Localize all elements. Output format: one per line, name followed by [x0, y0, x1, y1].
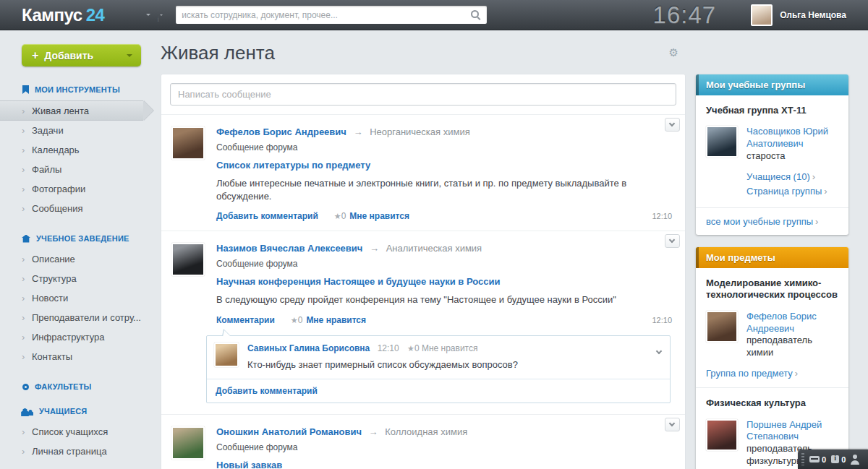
user-menu[interactable]: Ольга Немцова: [751, 4, 846, 26]
add-button[interactable]: + Добавить: [22, 44, 141, 66]
avatar[interactable]: [171, 126, 205, 160]
post-title-link[interactable]: Список литературы по предмету: [216, 160, 370, 171]
notifications-count: 0: [841, 455, 846, 464]
sidebar-item-infrastructure[interactable]: Инфраструктура: [0, 327, 153, 347]
post-title-link[interactable]: Научная конференция Настоящее и будущее …: [216, 276, 501, 287]
section-faculties[interactable]: ФАКУЛЬТЕТЫ: [0, 382, 153, 391]
main-column: Живая лента ⚙ Фефелов Борис Андреевич → …: [161, 30, 686, 469]
post-menu-chevron-icon[interactable]: [665, 234, 680, 248]
circle-icon: [22, 384, 29, 390]
feed-post: Фефелов Борис Андреевич → Неорганическая…: [161, 114, 685, 231]
leader-link[interactable]: Часовщиков Юрий Анатолиевич: [746, 126, 828, 149]
chevron-right-icon: ›: [795, 368, 798, 379]
avatar[interactable]: [706, 126, 738, 158]
app-logo[interactable]: Кампус24: [22, 5, 104, 25]
avatar: [751, 4, 773, 26]
avatar[interactable]: [706, 419, 738, 451]
sidebar-item-files[interactable]: Файлы: [0, 160, 153, 179]
sidebar-item-students-list[interactable]: Список учащихся: [0, 422, 153, 442]
like-link[interactable]: Мне нравится: [306, 315, 366, 325]
post-target-link[interactable]: Коллоидная химия: [385, 426, 467, 437]
add-comment-link[interactable]: Добавить комментарий: [216, 386, 318, 396]
logo-text: Кампус: [22, 5, 82, 25]
add-comment-link[interactable]: Добавить комментарий: [216, 211, 318, 221]
user-name: Ольга Немцова: [780, 10, 846, 20]
sidebar-item-messages[interactable]: Сообщения: [0, 199, 153, 218]
person-icon[interactable]: [851, 455, 859, 465]
star-icon: ★: [407, 344, 414, 353]
sidebar-item-contacts[interactable]: Контакты: [0, 347, 153, 366]
students-link[interactable]: Учащиеся (10): [746, 171, 810, 182]
messages-icon: [809, 456, 820, 462]
sidebar-item-description[interactable]: Описание: [0, 249, 153, 269]
like-count: 0: [298, 315, 303, 325]
like-label[interactable]: Мне нравится: [422, 343, 478, 353]
gear-icon[interactable]: ⚙: [669, 48, 678, 59]
post-target-link[interactable]: Неорганическая химия: [370, 126, 470, 137]
comments-link[interactable]: Комментарии: [216, 315, 275, 325]
right-sidebar: Мои учебные группы Учебная группа ХТ-11 …: [696, 30, 848, 469]
search-icon[interactable]: [471, 10, 481, 20]
dock-messages[interactable]: 0: [809, 455, 826, 464]
star-icon: ★: [291, 316, 298, 325]
avatar[interactable]: [171, 426, 205, 460]
post-kind-label: Сообщение форума: [216, 142, 672, 152]
subject-name[interactable]: Физическая культура: [706, 397, 838, 409]
post-menu-chevron-icon[interactable]: [665, 118, 680, 132]
post-author-link[interactable]: Оношкин Анатолий Романович: [216, 426, 362, 437]
post-title-link[interactable]: Новый завкав: [216, 460, 282, 469]
section-students: УЧАЩИЕСЯ: [0, 407, 153, 416]
arrow-icon: →: [370, 243, 379, 254]
post-author-link[interactable]: Назимов Вячеслав Алексеевич: [216, 243, 362, 254]
avatar[interactable]: [214, 343, 239, 367]
subject-name[interactable]: Моделирование химико-технологических про…: [706, 277, 838, 301]
teacher-link[interactable]: Поршнев Андрей Степанович: [746, 419, 822, 442]
group-page-link[interactable]: Страница группы: [746, 186, 822, 197]
sidebar-item-tasks[interactable]: Задачи: [0, 121, 153, 140]
sidebar-item-live-feed[interactable]: Живая лента: [0, 100, 143, 121]
search-input[interactable]: [176, 10, 471, 20]
my-groups-box: Мои учебные группы Учебная группа ХТ-11 …: [696, 74, 848, 235]
bookmark-icon: [22, 85, 29, 94]
post-kind-label: Сообщение форума: [216, 259, 672, 269]
chevron-right-icon: ›: [812, 171, 815, 182]
chevron-right-icon: ›: [815, 216, 818, 227]
group-name[interactable]: Учебная группа ХТ-11: [706, 105, 838, 116]
my-subjects-header: Мои предметы: [696, 247, 848, 268]
sidebar-item-calendar[interactable]: Календарь: [0, 140, 153, 160]
sidebar-item-news[interactable]: Новости: [0, 288, 153, 308]
dock-notifications[interactable]: 0: [831, 455, 846, 464]
house-icon: [22, 235, 30, 243]
feed-panel: Фефелов Борис Андреевич → Неорганическая…: [161, 74, 686, 469]
sidebar-item-personal-page[interactable]: Личная страница: [0, 442, 153, 461]
subject-group-link[interactable]: Группа по предмету: [706, 368, 793, 379]
post-menu-chevron-icon[interactable]: [665, 418, 680, 431]
like-count: 0: [414, 343, 420, 353]
post-target-link[interactable]: Аналитическая химия: [386, 243, 482, 254]
avatar[interactable]: [171, 243, 205, 276]
feed-post: Оношкин Анатолий Романович → Коллоидная …: [161, 414, 685, 469]
comment-time: 12:10: [378, 343, 399, 353]
avatar[interactable]: [706, 311, 738, 343]
post-author-link[interactable]: Фефелов Борис Андреевич: [216, 126, 346, 137]
chevron-down-icon: [127, 54, 132, 60]
sidebar-item-photos[interactable]: Фотографии: [0, 179, 153, 199]
teacher-link[interactable]: Фефелов Борис Андреевич: [746, 311, 817, 334]
drag-handle-icon[interactable]: [801, 453, 804, 465]
clock: 16:47: [653, 1, 717, 29]
post-time: 12:10: [652, 316, 672, 324]
add-button-label: Добавить: [44, 50, 93, 61]
comment-author-link[interactable]: Савиных Галина Борисовна: [247, 343, 370, 353]
composer-input[interactable]: [170, 83, 676, 106]
my-groups-header: Мои учебные группы: [696, 74, 848, 95]
all-groups-link[interactable]: все мои учебные группы: [706, 216, 813, 227]
sidebar-item-structure[interactable]: Структура: [0, 269, 153, 288]
like-link[interactable]: Мне нравится: [349, 211, 409, 221]
star-icon: ★: [334, 212, 341, 221]
feed-post: Назимов Вячеслав Алексеевич → Аналитичес…: [161, 231, 685, 413]
comment-box: Савиных Галина Борисовна 12:10 ★0 Мне нр…: [206, 335, 671, 403]
arrow-icon: →: [354, 126, 363, 137]
comment-menu-chevron-icon[interactable]: [657, 345, 661, 356]
sidebar-item-teachers[interactable]: Преподаватели и сотру...: [0, 308, 153, 327]
global-search: [176, 6, 487, 24]
